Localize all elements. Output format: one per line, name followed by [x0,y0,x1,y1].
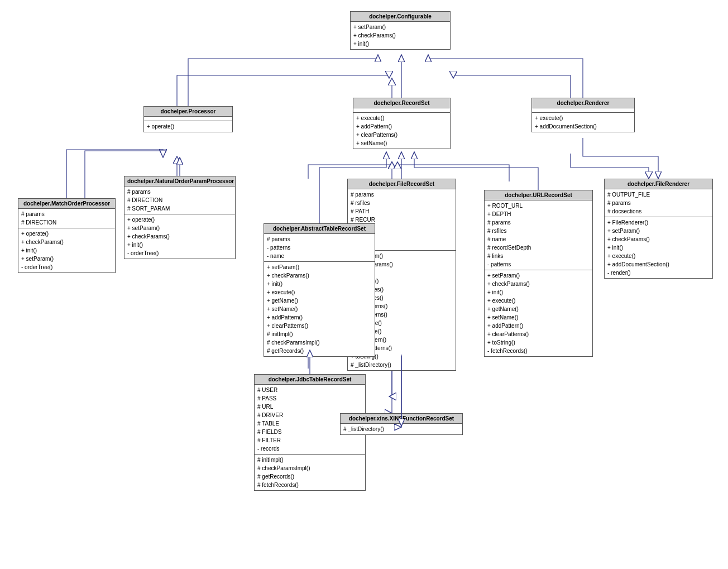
attr: # recordSetDepth [487,243,590,252]
box-renderer-empty [532,108,634,113]
attr: # PASS [257,394,362,403]
attr: # USER [257,386,362,394]
box-abstracttablerecordset-title: dochelper.AbstractTableRecordSet [264,224,375,234]
attr: - name [267,252,372,260]
attr: - patterns [267,243,372,252]
method: + operate() [127,216,232,224]
method: + checkParams() [267,271,372,280]
method: + init() [21,246,112,255]
box-naturalorderparamprocessor: dochelper.NaturalOrderParamProcessor # p… [124,176,236,259]
box-naturalorderparamprocessor-methods: + operate() + setParam() + checkParams()… [124,214,235,259]
method: + addPattern() [267,313,372,322]
box-filerenderer-title: dochelper.FileRenderer [605,179,712,189]
box-abstracttablerecordset-methods: + setParam() + checkParams() + init() + … [264,262,375,356]
box-matchorderprocessor: dochelper.MatchOrderProcessor # params #… [18,198,116,273]
method: + operate() [147,122,229,131]
method: + addDocumentSection() [607,260,710,269]
method: + FileRenderer() [607,218,710,227]
box-filerecordset-title: dochelper.FileRecordSet [348,179,456,189]
method: # _listDirectory() [343,425,459,433]
method: + init() [127,241,232,249]
attr: # params [21,210,112,218]
method: + execute() [356,114,447,122]
attr: # URL [257,403,362,411]
attr: - records [257,444,362,453]
method: # fetchRecords() [257,481,362,489]
method: - orderTree() [21,263,112,271]
method: # checkParamsImpl() [257,464,362,472]
method: # checkParamsImpl() [267,338,372,347]
method: + execute() [487,297,590,305]
attr: # FILTER [257,436,362,444]
attr: # params [607,199,710,207]
method: + setParam() [267,263,372,271]
method: + setParam() [21,255,112,263]
attr: + DEPTH [487,210,590,218]
attr: # docsections [607,207,710,216]
box-renderer: dochelper.Renderer + execute() + addDocu… [531,98,635,132]
box-configurable: dochelper.Configurable + setParam() + ch… [350,11,451,50]
attr: # SORT_PARAM [127,204,232,213]
method: + execute() [267,288,372,297]
method: + setName() [356,139,447,147]
method: + clearPatterns() [487,330,590,338]
method: + init() [267,280,372,288]
method: + setParam() [487,271,590,280]
attr: # name [487,235,590,243]
box-processor-empty [144,117,232,121]
box-abstracttablerecordset: dochelper.AbstractTableRecordSet # param… [264,223,375,357]
attr: # params [351,190,453,199]
box-renderer-methods: + execute() + addDocumentSection() [532,113,634,132]
method: + addDocumentSection() [535,122,631,131]
box-urlrecordset: dochelper.URLRecordSet + ROOT_URL + DEPT… [484,190,593,357]
box-jdbctablerecordset-methods: # initImpl() # checkParamsImpl() # getRe… [255,455,365,490]
method: + checkParams() [353,31,447,40]
method: + init() [487,288,590,297]
box-xinsfunctionrecordset-title: dochelper.xins.XINSFunctionRecordSet [341,414,462,424]
method: + getName() [267,297,372,305]
attr: # OUTPUT_FILE [607,190,710,199]
method: # _listDirectory() [351,361,453,369]
attr: # PATH [351,207,453,216]
method: + setParam() [353,23,447,31]
method: + operate() [21,229,112,238]
box-matchorderprocessor-title: dochelper.MatchOrderProcessor [18,199,115,209]
attr: + ROOT_URL [487,202,590,210]
method: # initImpl() [267,330,372,338]
method: # initImpl() [257,456,362,464]
box-xinsfunctionrecordset: dochelper.xins.XINSFunctionRecordSet # _… [340,413,463,435]
uml-diagram: dochelper.Configurable + setParam() + ch… [7,6,721,558]
box-matchorderprocessor-attrs: # params # DIRECTION [18,209,115,228]
box-urlrecordset-methods: + setParam() + checkParams() + init() + … [485,270,592,356]
box-filerenderer-attrs: # OUTPUT_FILE # params # docsections [605,189,712,217]
attr: # params [127,188,232,196]
method: + checkParams() [21,238,112,246]
box-recordset-methods: + execute() + addPattern() + clearPatter… [353,113,450,149]
method: + setName() [487,313,590,322]
method: + toString() [487,338,590,347]
attr: # DIRECTION [21,218,112,227]
box-recordset-empty [353,108,450,113]
method: + clearPatterns() [267,322,372,330]
box-processor-title: dochelper.Processor [144,107,232,117]
box-filerenderer: dochelper.FileRenderer # OUTPUT_FILE # p… [604,179,713,279]
box-xinsfunctionrecordset-methods: # _listDirectory() [341,424,462,434]
method: + addPattern() [487,322,590,330]
attr: # rsfiles [487,227,590,235]
method: + setName() [267,305,372,313]
method: + init() [607,243,710,252]
method: + clearPatterns() [356,131,447,139]
attr: # params [267,235,372,243]
method: + execute() [535,114,631,122]
box-processor-methods: + operate() [144,121,232,132]
box-matchorderprocessor-methods: + operate() + checkParams() + init() + s… [18,228,115,272]
attr: # RECUR [351,216,453,224]
method: + checkParams() [607,235,710,243]
box-filerenderer-methods: + FileRenderer() + setParam() + checkPar… [605,217,712,278]
method: - fetchRecords() [487,347,590,355]
box-configurable-methods: + setParam() + checkParams() + init() [351,22,450,49]
method: # getRecords() [257,472,362,481]
method: + addPattern() [356,122,447,131]
box-abstracttablerecordset-attrs: # params - patterns - name [264,234,375,262]
box-naturalorderparamprocessor-attrs: # params # DIRECTION # SORT_PARAM [124,187,235,214]
